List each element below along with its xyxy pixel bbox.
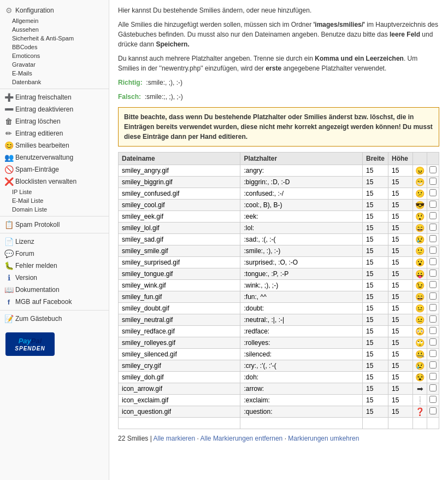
height-input[interactable] — [391, 258, 410, 267]
sidebar-item-gravatar[interactable]: Gravatar — [0, 60, 109, 69]
cell-filename[interactable] — [119, 372, 240, 383]
height-input[interactable] — [391, 178, 410, 186]
cell-placeholder[interactable] — [240, 177, 363, 188]
sidebar-item-fehler[interactable]: 🐛 Fehler melden — [0, 260, 109, 272]
height-input[interactable] — [391, 247, 410, 255]
filename-input[interactable] — [121, 270, 238, 278]
cell-checkbox[interactable] — [427, 223, 439, 234]
toggle-marks-link[interactable]: Markierungen umkehren — [288, 435, 359, 442]
cell-width[interactable] — [362, 177, 388, 188]
cell-checkbox[interactable] — [427, 372, 439, 383]
sidebar-item-ip[interactable]: IP Liste — [0, 188, 109, 196]
cell-filename[interactable] — [119, 165, 240, 177]
cell-width-empty[interactable] — [362, 418, 388, 429]
row-checkbox[interactable] — [429, 350, 437, 357]
row-checkbox[interactable] — [429, 396, 437, 403]
row-checkbox[interactable] — [429, 189, 437, 196]
cell-filename[interactable] — [119, 349, 240, 360]
width-input[interactable] — [365, 201, 386, 209]
filename-input[interactable] — [121, 407, 238, 416]
cell-checkbox[interactable] — [427, 326, 439, 337]
cell-placeholder[interactable] — [240, 268, 363, 280]
filename-input[interactable] — [121, 350, 238, 359]
cell-width[interactable] — [362, 223, 388, 234]
cell-checkbox[interactable] — [427, 337, 439, 349]
width-input[interactable] — [365, 292, 386, 301]
height-input[interactable] — [391, 361, 410, 370]
cell-filename[interactable] — [119, 395, 240, 406]
sidebar-item-protokoll[interactable]: 📋 Spam Protokoll — [0, 219, 109, 231]
filename-input[interactable] — [121, 338, 238, 347]
placeholder-input[interactable] — [243, 327, 360, 336]
width-input[interactable] — [365, 247, 386, 255]
height-input[interactable] — [391, 281, 410, 290]
cell-width[interactable] — [362, 326, 388, 337]
width-input[interactable] — [365, 189, 386, 198]
row-checkbox[interactable] — [429, 281, 437, 288]
placeholder-input[interactable] — [243, 396, 360, 405]
filename-input[interactable] — [121, 201, 238, 209]
cell-height[interactable] — [388, 188, 413, 200]
cell-filename[interactable] — [119, 314, 240, 326]
cell-height[interactable] — [388, 395, 413, 406]
cell-width[interactable] — [362, 395, 388, 406]
cell-width[interactable] — [362, 360, 388, 372]
cell-width[interactable] — [362, 303, 388, 314]
cell-placeholder[interactable] — [240, 257, 363, 268]
height-input[interactable] — [391, 212, 410, 221]
placeholder-input[interactable] — [243, 373, 360, 382]
cell-height[interactable] — [388, 349, 413, 360]
row-checkbox[interactable] — [429, 338, 437, 346]
cell-checkbox[interactable] — [427, 257, 439, 268]
cell-placeholder[interactable] — [240, 291, 363, 303]
filename-input[interactable] — [121, 212, 238, 221]
cell-checkbox[interactable] — [427, 406, 439, 418]
cell-height[interactable] — [388, 337, 413, 349]
width-input[interactable] — [365, 270, 386, 278]
filename-input[interactable] — [121, 396, 238, 405]
height-input[interactable] — [391, 292, 410, 301]
sidebar-item-bbcodes[interactable]: BBCodes — [0, 43, 109, 51]
cell-checkbox[interactable] — [427, 349, 439, 360]
cell-filename[interactable] — [119, 326, 240, 337]
placeholder-input[interactable] — [243, 212, 360, 221]
width-input[interactable] — [365, 327, 386, 336]
filename-input[interactable] — [121, 292, 238, 301]
placeholder-input[interactable] — [243, 384, 360, 393]
width-input-new[interactable] — [365, 419, 386, 428]
row-checkbox[interactable] — [429, 201, 437, 208]
sidebar-item-emails[interactable]: E-Mails — [0, 69, 109, 78]
placeholder-input[interactable] — [243, 407, 360, 416]
height-input[interactable] — [391, 304, 410, 313]
sidebar-item-spam[interactable]: 🚫 Spam-Einträge — [0, 163, 109, 175]
placeholder-input[interactable] — [243, 315, 360, 324]
cell-height[interactable] — [388, 291, 413, 303]
cell-checkbox[interactable] — [427, 200, 439, 211]
cell-checkbox[interactable] — [427, 360, 439, 372]
cell-placeholder[interactable] — [240, 280, 363, 291]
cell-filename[interactable] — [119, 257, 240, 268]
row-checkbox[interactable] — [429, 292, 437, 300]
cell-placeholder[interactable] — [240, 211, 363, 223]
height-input[interactable] — [391, 315, 410, 324]
sidebar-item-benutzer[interactable]: 👥 Benutzerverwaltung — [0, 151, 109, 163]
width-input[interactable] — [365, 235, 386, 244]
cell-placeholder[interactable] — [240, 383, 363, 395]
cell-filename[interactable] — [119, 337, 240, 349]
placeholder-input[interactable] — [243, 189, 360, 198]
row-checkbox[interactable] — [429, 361, 437, 368]
cell-height[interactable] — [388, 372, 413, 383]
width-input[interactable] — [365, 407, 386, 416]
cell-height[interactable] — [388, 234, 413, 245]
sidebar-item-smilies[interactable]: 😊 Smilies bearbeiten — [0, 139, 109, 151]
row-checkbox[interactable] — [429, 258, 437, 265]
cell-checkbox[interactable] — [427, 291, 439, 303]
placeholder-input[interactable] — [243, 292, 360, 301]
cell-checkbox[interactable] — [427, 165, 439, 177]
cell-filename[interactable] — [119, 223, 240, 234]
filename-input[interactable] — [121, 361, 238, 370]
placeholder-input[interactable] — [243, 235, 360, 244]
cell-height[interactable] — [388, 360, 413, 372]
row-checkbox[interactable] — [429, 373, 437, 380]
cell-width[interactable] — [362, 291, 388, 303]
